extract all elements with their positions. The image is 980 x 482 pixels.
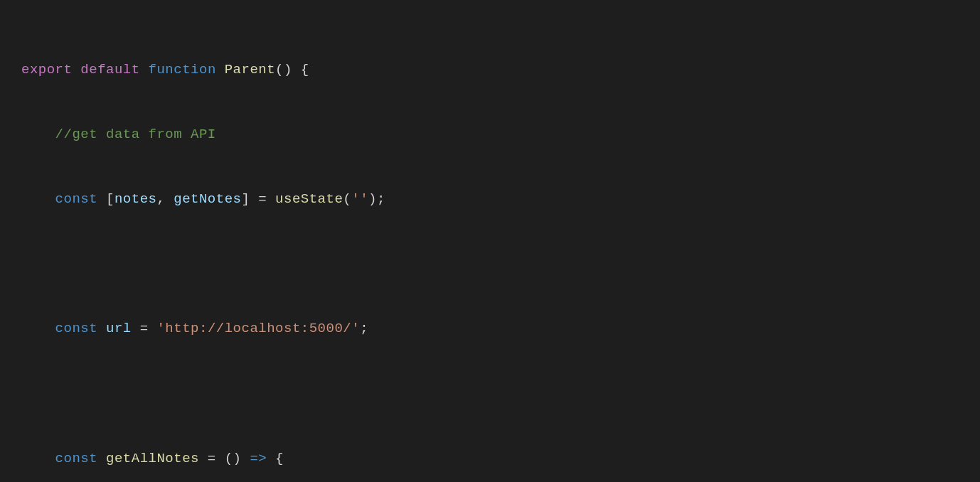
code-block: export default function Parent() { //get… [21, 21, 959, 482]
var-url: url [106, 321, 132, 336]
function-name: Parent [225, 62, 275, 77]
equals: = [132, 321, 157, 336]
equals: = [250, 191, 275, 207]
paren: ( [343, 191, 351, 207]
keyword-const: const [55, 321, 98, 336]
semicolon: ; [360, 321, 368, 336]
brace: { [275, 451, 284, 466]
keyword-export: export [21, 62, 72, 77]
fn-usestate: useState [275, 191, 343, 207]
code-line-5: const getAllNotes = () => { [21, 443, 959, 476]
parens: () [275, 62, 292, 77]
paren: ) [368, 191, 377, 207]
var-getnotes: getNotes [174, 191, 241, 207]
string-empty: '' [351, 191, 368, 207]
string-url: 'http://localhost:5000/' [156, 321, 360, 336]
keyword-default: default [80, 62, 139, 77]
code-line-2: //get data from API [21, 119, 959, 151]
code-line-blank [21, 248, 959, 281]
var-notes: notes [114, 191, 157, 207]
arrow: => [241, 451, 275, 466]
keyword-function: function [149, 62, 216, 77]
var-getallnotes: getAllNotes [106, 451, 199, 466]
code-line-1: export default function Parent() { [21, 54, 959, 87]
code-line-blank [21, 378, 959, 411]
semicolon: ; [377, 191, 385, 207]
code-line-3: const [notes, getNotes] = useState(''); [21, 183, 959, 216]
brace: { [292, 62, 309, 77]
bracket: ] [241, 191, 250, 207]
equals: = [199, 451, 225, 466]
comma: , [156, 191, 165, 207]
parens: () [225, 451, 242, 466]
code-line-4: const url = 'http://localhost:5000/'; [21, 313, 959, 346]
comment: //get data from API [55, 127, 216, 142]
keyword-const: const [55, 451, 98, 466]
bracket: [ [106, 191, 114, 207]
keyword-const: const [55, 191, 98, 207]
